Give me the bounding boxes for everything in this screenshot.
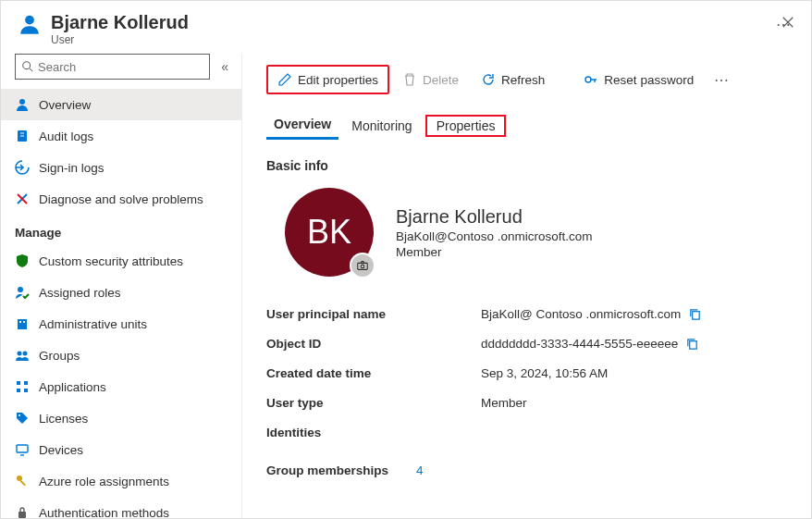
delete-button[interactable]: Delete: [393, 67, 468, 93]
usertype-label: User type: [266, 396, 481, 410]
objectid-value: dddddddd-3333-4444-5555-eeeeee: [481, 337, 678, 351]
search-box[interactable]: [15, 54, 210, 80]
avatar: BK: [285, 188, 374, 277]
refresh-button[interactable]: Refresh: [472, 67, 554, 93]
copy-icon[interactable]: [688, 307, 702, 321]
svg-line-4: [30, 68, 33, 72]
sidebar-item-authentication-methods[interactable]: Authentication methods: [1, 497, 241, 519]
blade-title: Bjarne Kollerud: [51, 12, 767, 33]
tab-properties[interactable]: Properties: [429, 113, 503, 139]
sidebar-label: Assigned roles: [39, 286, 121, 300]
svg-rect-25: [20, 480, 26, 486]
svg-rect-20: [24, 389, 28, 392]
svg-point-0: [25, 16, 34, 25]
grid-icon: [15, 379, 30, 394]
key-icon: [15, 474, 30, 488]
refresh-label: Refresh: [501, 73, 545, 87]
edit-properties-button[interactable]: Edit properties: [266, 65, 389, 94]
group-memberships-count[interactable]: 4: [416, 463, 424, 477]
profile-upn: BjaKoll@Contoso .onmicrosoft.com: [396, 229, 593, 243]
section-basic-info: Basic info: [266, 158, 787, 173]
sidebar-item-overview[interactable]: Overview: [1, 89, 241, 120]
edit-photo-button[interactable]: [350, 253, 375, 278]
sidebar-item-custom-security-attributes[interactable]: Custom security attributes: [1, 245, 241, 277]
copy-icon[interactable]: [685, 337, 699, 351]
svg-rect-17: [17, 381, 20, 385]
svg-rect-13: [19, 321, 21, 323]
sidebar-label: Overview: [39, 98, 91, 112]
delete-label: Delete: [423, 73, 459, 87]
upn-value: BjaKoll@ Contoso .onmicrosoft.com: [481, 307, 681, 321]
sidebar-label: Groups: [39, 349, 80, 363]
search-input[interactable]: [38, 60, 203, 74]
svg-point-3: [23, 62, 31, 69]
toolbar-more-button[interactable]: ⋯: [707, 68, 737, 93]
search-icon: [21, 60, 34, 73]
svg-rect-12: [18, 319, 27, 329]
profile-membership: Member: [396, 245, 593, 259]
shield-icon: [15, 253, 30, 268]
svg-point-21: [18, 414, 20, 416]
trash-icon: [402, 72, 417, 87]
sidebar-item-administrative-units[interactable]: Administrative units: [1, 308, 241, 340]
blade-subtitle: User: [51, 33, 767, 46]
wrench-icon: [15, 192, 30, 206]
signin-icon: [15, 160, 30, 175]
sidebar-section-manage: Manage: [1, 215, 241, 245]
tabs: Overview Monitoring Properties: [266, 111, 787, 140]
lock-icon: [15, 505, 30, 519]
reset-password-label: Reset password: [604, 73, 694, 87]
svg-point-27: [585, 77, 591, 82]
reset-password-button[interactable]: Reset password: [574, 67, 703, 93]
pencil-icon: [277, 72, 292, 87]
svg-rect-31: [690, 340, 697, 348]
user-icon: [18, 12, 42, 36]
sidebar-label: Authentication methods: [39, 506, 169, 520]
sidebar-item-groups[interactable]: Groups: [1, 340, 241, 371]
refresh-icon: [481, 72, 496, 87]
usertype-value: Member: [481, 396, 527, 410]
collapse-sidebar-button[interactable]: «: [217, 56, 232, 78]
sidebar-label: Sign-in logs: [39, 161, 105, 175]
tab-monitoring[interactable]: Monitoring: [344, 113, 419, 139]
close-button[interactable]: [780, 14, 796, 31]
sidebar-item-licenses[interactable]: Licenses: [1, 402, 241, 434]
sidebar-label: Applications: [39, 380, 106, 394]
svg-rect-22: [17, 445, 28, 452]
sidebar-item-assigned-roles[interactable]: Assigned roles: [1, 277, 241, 308]
monitor-icon: [15, 442, 30, 457]
svg-rect-28: [358, 263, 368, 269]
objectid-label: Object ID: [266, 337, 481, 351]
sidebar-label: Diagnose and solve problems: [39, 192, 203, 206]
created-value: Sep 3, 2024, 10:56 AM: [481, 366, 608, 380]
sidebar-item-signin-logs[interactable]: Sign-in logs: [1, 152, 241, 183]
person-icon: [15, 97, 30, 112]
svg-rect-19: [17, 389, 20, 392]
svg-point-29: [361, 265, 364, 268]
tab-overview[interactable]: Overview: [266, 111, 338, 140]
edit-properties-label: Edit properties: [298, 73, 378, 87]
svg-rect-18: [24, 381, 28, 385]
sidebar-item-diagnose[interactable]: Diagnose and solve problems: [1, 183, 241, 215]
command-bar: Edit properties Delete Refresh Reset pas…: [266, 65, 787, 94]
svg-point-11: [18, 287, 23, 292]
sidebar-item-audit-logs[interactable]: Audit logs: [1, 120, 241, 152]
profile-display-name: Bjarne Kollerud: [396, 206, 593, 228]
blade-header: Bjarne Kollerud User ⋯: [1, 1, 811, 54]
svg-point-16: [23, 352, 28, 356]
sidebar-label: Custom security attributes: [39, 254, 183, 268]
sidebar-item-applications[interactable]: Applications: [1, 371, 241, 402]
sidebar-item-devices[interactable]: Devices: [1, 434, 241, 465]
key-reset-icon: [584, 72, 598, 87]
sidebar-label: Licenses: [39, 412, 88, 426]
svg-point-24: [17, 476, 22, 481]
building-icon: [15, 316, 30, 331]
avatar-initials: BK: [307, 213, 351, 252]
sidebar-item-azure-role-assignments[interactable]: Azure role assignments: [1, 465, 241, 497]
sidebar: « Overview Audit logs Sign-in logs Diagn…: [1, 54, 242, 519]
svg-rect-30: [693, 311, 700, 318]
sidebar-label: Devices: [39, 443, 83, 457]
identities-label: Identities: [266, 426, 481, 439]
profile: BK Bjarne Kollerud BjaKoll@Contoso .onmi…: [285, 188, 787, 277]
svg-rect-26: [18, 512, 26, 518]
